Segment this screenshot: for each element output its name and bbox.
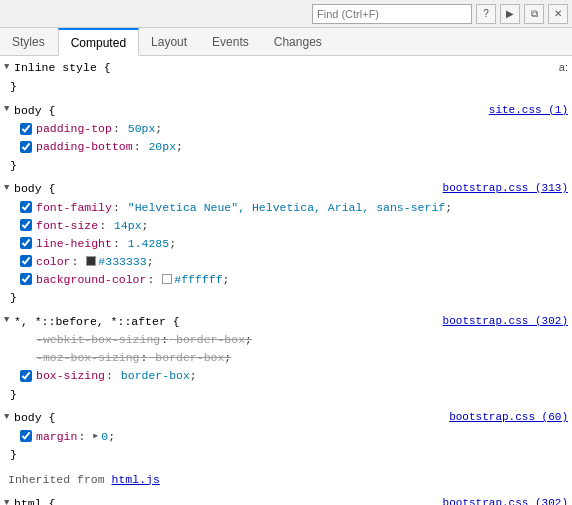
prop-row-padding-bottom: padding-bottom : 20px ; bbox=[0, 138, 572, 156]
brace-open-body-60: { bbox=[42, 409, 56, 426]
collapse-body-bootstrap-icon[interactable] bbox=[4, 182, 14, 196]
tab-computed[interactable]: Computed bbox=[58, 28, 139, 56]
section-body-bootstrap-60: body { bootstrap.css (60) margin : 0 ; } bbox=[0, 406, 572, 467]
checkbox-box-sizing[interactable] bbox=[20, 370, 32, 382]
prop-name-color: color bbox=[36, 253, 71, 270]
rule-selector-body-bootstrap: body bbox=[14, 180, 42, 197]
prop-name-padding-bottom: padding-bottom bbox=[36, 138, 133, 155]
forward-button[interactable]: ▶ bbox=[500, 4, 520, 24]
brace-open-html: { bbox=[42, 495, 56, 505]
section-universal-bootstrap: *, *::before, *::after { bootstrap.css (… bbox=[0, 310, 572, 407]
semicolon-font-family: ; bbox=[445, 199, 452, 216]
rule-header-body-bootstrap-313: body { bootstrap.css (313) bbox=[0, 179, 572, 198]
tab-styles[interactable]: Styles bbox=[0, 28, 58, 55]
collapse-inline-icon[interactable] bbox=[4, 61, 14, 75]
tab-bar: Styles Computed Layout Events Changes bbox=[0, 28, 572, 56]
colon-webkit: : bbox=[161, 331, 168, 348]
source-body-bootstrap[interactable]: bootstrap.css (313) bbox=[443, 180, 568, 197]
rule-selector-inline: Inline style bbox=[14, 59, 97, 76]
prop-name-font-size: font-size bbox=[36, 217, 98, 234]
colon-background-color: : bbox=[147, 271, 154, 288]
checkbox-padding-bottom[interactable] bbox=[20, 141, 32, 153]
margin-expand-icon[interactable] bbox=[93, 430, 101, 442]
collapse-universal-icon[interactable] bbox=[4, 314, 14, 328]
colon-font-family: : bbox=[113, 199, 120, 216]
collapse-body-60-icon[interactable] bbox=[4, 411, 14, 425]
color-swatch-background[interactable] bbox=[162, 274, 172, 284]
rule-selector-body-60: body bbox=[14, 409, 42, 426]
rule-header-html-partial: html { bootstrap.css (302) bbox=[0, 494, 572, 505]
close-brace-body-site: } bbox=[0, 156, 572, 175]
styles-panel: Inline style { a: } body { site.css (1) … bbox=[0, 56, 572, 505]
source-universal[interactable]: bootstrap.css (302) bbox=[443, 313, 568, 330]
find-input[interactable] bbox=[312, 4, 472, 24]
prop-name-font-family: font-family bbox=[36, 199, 112, 216]
prop-row-color: color : #333333 ; bbox=[0, 252, 572, 270]
collapse-body-site-icon[interactable] bbox=[4, 103, 14, 117]
prop-row-padding-top: padding-top : 50px ; bbox=[0, 120, 572, 138]
semicolon-moz: ; bbox=[224, 349, 231, 366]
window-button[interactable]: ⧉ bbox=[524, 4, 544, 24]
checkbox-padding-top[interactable] bbox=[20, 123, 32, 135]
rule-header-body-bootstrap-60: body { bootstrap.css (60) bbox=[0, 408, 572, 427]
colon-box-sizing: : bbox=[106, 367, 113, 384]
prop-name-webkit-box-sizing: -webkit-box-sizing bbox=[36, 331, 160, 348]
brace-open-body-site: { bbox=[42, 102, 56, 119]
section-body-site: body { site.css (1) padding-top : 50px ;… bbox=[0, 99, 572, 178]
prop-row-box-sizing: box-sizing : border-box ; bbox=[0, 367, 572, 385]
semicolon-line-height: ; bbox=[169, 235, 176, 252]
inherited-link[interactable]: html.js bbox=[112, 473, 160, 486]
semicolon-color: ; bbox=[147, 253, 154, 270]
colon-line-height: : bbox=[113, 235, 120, 252]
semicolon-box-sizing: ; bbox=[190, 367, 197, 384]
colon-color: : bbox=[72, 253, 79, 270]
semicolon-webkit: ; bbox=[245, 331, 252, 348]
close-brace-body-bootstrap-313: } bbox=[0, 288, 572, 307]
tab-changes[interactable]: Changes bbox=[262, 28, 335, 55]
inherited-text: Inherited from bbox=[8, 473, 112, 486]
collapse-html-icon[interactable] bbox=[4, 497, 14, 505]
source-html-partial[interactable]: bootstrap.css (302) bbox=[443, 495, 568, 505]
color-swatch-color[interactable] bbox=[86, 256, 96, 266]
prop-value-font-family: "Helvetica Neue", Helvetica, Arial, sans… bbox=[121, 199, 445, 216]
prop-name-background-color: background-color bbox=[36, 271, 146, 288]
prop-value-webkit-box-sizing: border-box bbox=[169, 331, 245, 348]
brace-open-body-bootstrap: { bbox=[42, 180, 56, 197]
prop-row-font-size: font-size : 14px ; bbox=[0, 216, 572, 234]
rule-header-universal: *, *::before, *::after { bootstrap.css (… bbox=[0, 312, 572, 331]
close-brace-inline: } bbox=[0, 77, 572, 96]
rule-selector-body-site: body bbox=[14, 102, 42, 119]
checkbox-margin[interactable] bbox=[20, 430, 32, 442]
semicolon-padding-bottom: ; bbox=[176, 138, 183, 155]
prop-row-webkit-box-sizing: -webkit-box-sizing : border-box ; bbox=[0, 331, 572, 349]
close-button[interactable]: ✕ bbox=[548, 4, 568, 24]
tab-events[interactable]: Events bbox=[200, 28, 262, 55]
prop-name-margin: margin bbox=[36, 428, 77, 445]
checkbox-line-height[interactable] bbox=[20, 237, 32, 249]
prop-value-margin: 0 bbox=[101, 428, 108, 445]
semicolon-font-size: ; bbox=[142, 217, 149, 234]
section-body-bootstrap-313: body { bootstrap.css (313) font-family :… bbox=[0, 177, 572, 310]
prop-row-moz-box-sizing: -moz-box-sizing : border-box ; bbox=[0, 349, 572, 367]
semicolon-margin: ; bbox=[108, 428, 115, 445]
rule-header-body-site: body { site.css (1) bbox=[0, 101, 572, 120]
rule-selector-universal: *, *::before, *::after bbox=[14, 313, 166, 330]
checkbox-font-size[interactable] bbox=[20, 219, 32, 231]
prop-row-font-family: font-family : "Helvetica Neue", Helvetic… bbox=[0, 198, 572, 216]
checkbox-font-family[interactable] bbox=[20, 201, 32, 213]
source-body-site[interactable]: site.css (1) bbox=[489, 102, 568, 119]
checkbox-color[interactable] bbox=[20, 255, 32, 267]
prop-value-box-sizing: border-box bbox=[114, 367, 190, 384]
prop-value-padding-top: 50px bbox=[121, 120, 156, 137]
section-html-partial: html { bootstrap.css (302) bbox=[0, 492, 572, 505]
checkbox-background-color[interactable] bbox=[20, 273, 32, 285]
inherited-from-label: Inherited from html.js bbox=[0, 467, 572, 492]
prop-value-font-size: 14px bbox=[107, 217, 142, 234]
brace-open-inline: { bbox=[97, 59, 111, 76]
source-body-60[interactable]: bootstrap.css (60) bbox=[449, 409, 568, 426]
prop-row-margin: margin : 0 ; bbox=[0, 427, 572, 445]
prop-value-color: #333333 bbox=[98, 253, 146, 270]
help-button[interactable]: ? bbox=[476, 4, 496, 24]
tab-layout[interactable]: Layout bbox=[139, 28, 200, 55]
rule-header-inline: Inline style { a: bbox=[0, 58, 572, 77]
